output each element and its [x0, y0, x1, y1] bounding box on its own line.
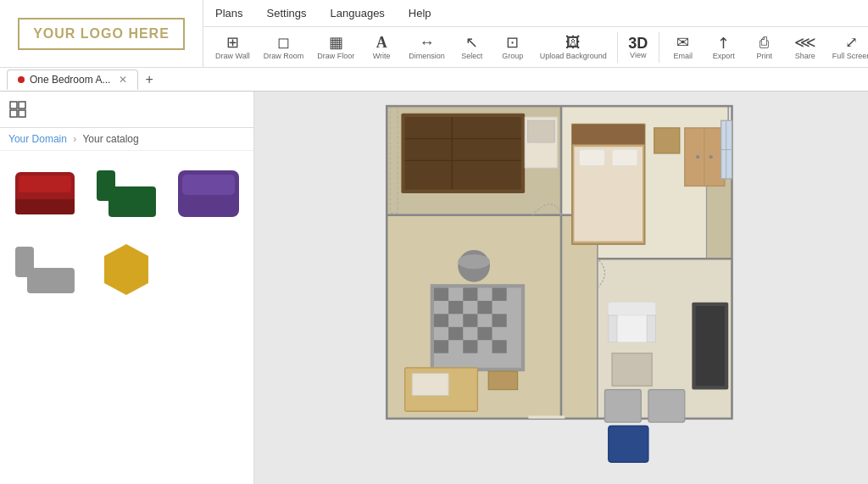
draw-room-icon: ◻	[277, 35, 290, 50]
svg-rect-43	[448, 327, 463, 340]
svg-rect-24	[579, 150, 604, 166]
sofa-green-shape	[97, 170, 156, 217]
draw-floor-button[interactable]: ▦ Draw Floor	[312, 32, 359, 63]
hex-yellow-shape	[103, 242, 150, 297]
dimension-label: Dimension	[409, 52, 445, 60]
svg-rect-35	[434, 288, 448, 301]
tab-close-button[interactable]: ✕	[119, 74, 127, 86]
sidebar-catalog-icon[interactable]	[5, 97, 31, 122]
tab-dot	[18, 76, 25, 83]
nav-menu: Plans Settings Languages Help	[203, 0, 868, 27]
logo-area: YOUR LOGO HERE	[0, 0, 203, 67]
svg-rect-38	[448, 301, 463, 314]
canvas-area[interactable]	[254, 92, 868, 484]
sofa-purple-shape	[178, 170, 239, 217]
nav-settings[interactable]: Settings	[264, 5, 310, 21]
tab-label: One Bedroom A...	[30, 74, 110, 86]
email-button[interactable]: ✉ Email	[665, 32, 702, 63]
floor-plan-3d	[254, 92, 868, 484]
upload-bg-button[interactable]: 🖼 Upload Background	[535, 32, 612, 63]
print-button[interactable]: ⎙ Print	[746, 32, 783, 63]
svg-rect-20	[528, 120, 555, 142]
svg-rect-60	[696, 306, 725, 386]
draw-wall-icon: ⊞	[226, 35, 239, 50]
draw-room-button[interactable]: ◻ Draw Room	[259, 32, 309, 63]
catalog-item-sofa-red[interactable]	[8, 159, 81, 227]
svg-point-32	[458, 254, 490, 269]
svg-rect-42	[492, 314, 507, 326]
email-label: Email	[674, 52, 693, 60]
logo-box: YOUR LOGO HERE	[18, 18, 185, 50]
print-label: Print	[757, 52, 773, 60]
svg-rect-15	[405, 117, 521, 190]
svg-rect-25	[612, 150, 637, 166]
svg-rect-56	[604, 390, 641, 423]
svg-rect-3	[19, 110, 25, 117]
svg-rect-47	[492, 340, 507, 353]
group-button[interactable]: ⊡ Group	[494, 32, 531, 63]
dimension-button[interactable]: ↔ Dimension	[403, 32, 450, 63]
svg-rect-54	[647, 315, 655, 342]
upload-bg-icon: 🖼	[565, 35, 581, 50]
svg-rect-0	[10, 102, 17, 108]
share-button[interactable]: ⋘ Share	[787, 32, 824, 63]
toolbar: ⊞ Draw Wall ◻ Draw Room ▦ Draw Floor A W…	[203, 27, 868, 67]
fullscreen-icon: ⤢	[845, 35, 858, 50]
svg-point-29	[696, 155, 699, 159]
svg-marker-4	[104, 244, 148, 295]
tab-add-button[interactable]: +	[138, 73, 159, 86]
svg-rect-36	[463, 288, 477, 301]
catalog-item-sofa-purple[interactable]	[172, 159, 245, 227]
dimension-icon: ↔	[419, 35, 434, 50]
catalog-item-sofa-gray[interactable]	[8, 236, 81, 303]
print-icon: ⎙	[760, 35, 769, 50]
svg-rect-26	[654, 128, 680, 153]
svg-rect-52	[609, 303, 656, 315]
group-label: Group	[502, 52, 523, 60]
catalog-items	[0, 151, 253, 484]
svg-rect-39	[477, 301, 492, 314]
svg-rect-46	[463, 340, 477, 353]
select-label: Select	[461, 52, 482, 60]
sidebar-tools	[0, 92, 253, 128]
share-label: Share	[795, 52, 815, 60]
tab-bar: One Bedroom A... ✕ +	[0, 68, 868, 92]
svg-rect-57	[648, 390, 685, 423]
svg-rect-40	[434, 314, 448, 326]
breadcrumb-domain[interactable]: Your Domain	[8, 133, 67, 145]
draw-wall-label: Draw Wall	[215, 52, 250, 60]
select-icon: ↖	[465, 35, 478, 50]
fullscreen-label: Full Screen	[832, 52, 868, 60]
svg-rect-2	[10, 110, 17, 117]
export-button[interactable]: ↗ Export	[705, 32, 743, 63]
logo-text: YOUR LOGO HERE	[33, 26, 170, 41]
catalog-item-hex-yellow[interactable]	[90, 236, 163, 303]
breadcrumb-catalog: Your catalog	[82, 133, 138, 145]
select-button[interactable]: ↖ Select	[453, 32, 491, 63]
3d-view-button[interactable]: 3D View	[623, 33, 654, 62]
export-label: Export	[713, 52, 735, 60]
draw-floor-label: Draw Floor	[317, 52, 354, 60]
nav-plans[interactable]: Plans	[212, 5, 247, 21]
draw-wall-button[interactable]: ⊞ Draw Wall	[210, 32, 255, 63]
nav-and-toolbar: Plans Settings Languages Help ⊞ Draw Wal…	[203, 0, 868, 67]
catalog-item-sofa-green[interactable]	[90, 159, 163, 227]
svg-rect-1	[19, 102, 25, 108]
write-icon: A	[376, 35, 387, 50]
sofa-gray-shape	[15, 247, 75, 293]
svg-rect-41	[463, 314, 477, 326]
draw-floor-icon: ▦	[329, 35, 343, 50]
tab-one-bedroom[interactable]: One Bedroom A... ✕	[7, 70, 138, 90]
write-button[interactable]: A Write	[363, 32, 400, 63]
svg-rect-45	[434, 340, 448, 353]
nav-languages[interactable]: Languages	[327, 5, 388, 21]
upload-bg-label: Upload Background	[540, 52, 607, 60]
sofa-gray-main	[27, 268, 75, 293]
svg-rect-53	[609, 315, 617, 342]
email-icon: ✉	[676, 35, 689, 50]
toolbar-separator-1	[617, 32, 618, 63]
fullscreen-button[interactable]: ⤢ Full Screen	[827, 32, 868, 63]
svg-rect-58	[609, 426, 648, 462]
svg-rect-22	[572, 125, 645, 145]
nav-help[interactable]: Help	[405, 5, 435, 21]
